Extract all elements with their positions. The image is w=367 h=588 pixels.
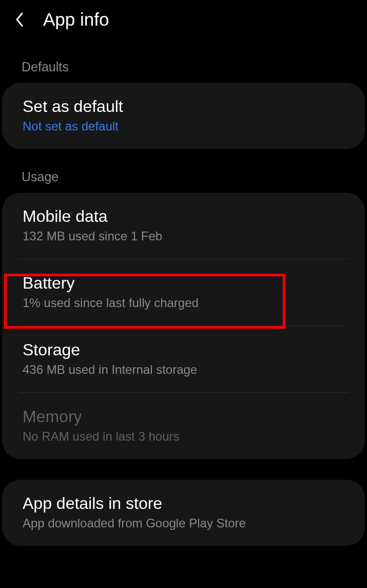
memory-subtitle: No RAM used in last 3 hours [23,429,344,444]
app-details-title: App details in store [23,494,344,513]
app-details-subtitle: App downloaded from Google Play Store [23,516,344,530]
set-as-default-subtitle: Not set as default [23,119,344,134]
storage-row[interactable]: Storage 436 MB used in Internal storage [2,326,365,392]
app-details-row[interactable]: App details in store App downloaded from… [2,480,365,546]
memory-row: Memory No RAM used in last 3 hours [2,393,365,459]
battery-subtitle: 1% used since last fully charged [23,296,344,310]
set-as-default-title: Set as default [23,97,344,116]
usage-card: Mobile data 132 MB used since 1 Feb Batt… [2,193,365,459]
section-header-defaults: Defaults [0,39,367,83]
mobile-data-row[interactable]: Mobile data 132 MB used since 1 Feb [2,193,365,259]
storage-title: Storage [23,340,344,359]
memory-title: Memory [23,407,344,426]
mobile-data-subtitle: 132 MB used since 1 Feb [23,229,344,243]
set-as-default-row[interactable]: Set as default Not set as default [2,83,365,149]
mobile-data-title: Mobile data [23,207,344,226]
app-details-card: App details in store App downloaded from… [2,480,365,546]
page-title: App info [43,9,109,30]
back-icon[interactable] [12,12,27,27]
battery-row[interactable]: Battery 1% used since last fully charged [2,259,365,326]
section-header-usage: Usage [0,149,367,193]
header: App info [0,0,367,39]
storage-subtitle: 436 MB used in Internal storage [23,363,344,377]
defaults-card: Set as default Not set as default [2,83,365,149]
battery-title: Battery [23,274,344,293]
